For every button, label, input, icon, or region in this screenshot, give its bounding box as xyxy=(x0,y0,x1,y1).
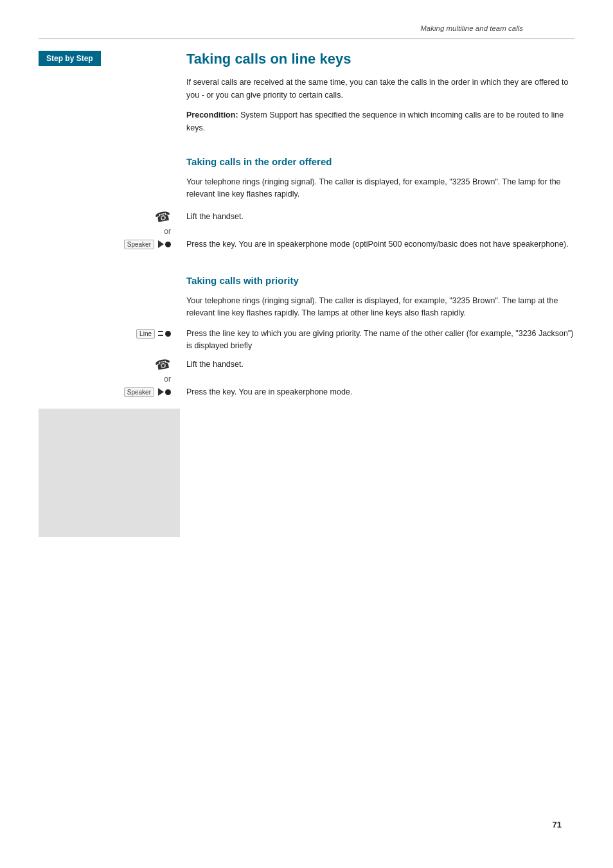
section2-step2: Lift the handset. xyxy=(180,360,574,369)
section1-ring-text: Your telephone rings (ringing signal). T… xyxy=(186,176,574,201)
handset-icon-1: ☎ xyxy=(154,208,172,226)
speaker-icon-2 xyxy=(158,388,171,396)
page-title: Taking calls on line keys xyxy=(186,51,574,67)
section1-step1: Lift the handset. xyxy=(180,212,574,221)
section1-title: Taking calls in the order offered xyxy=(186,156,574,167)
or-label-1: or xyxy=(164,227,171,236)
header-title: Making multiline and team calls xyxy=(420,24,523,32)
section1-step2: Press the key. You are in speakerphone m… xyxy=(180,238,574,251)
precondition-label: Precondition: xyxy=(186,111,238,120)
precondition-text: Precondition: System Support has specifi… xyxy=(186,109,574,134)
intro-text: If several calls are received at the sam… xyxy=(186,76,574,102)
speaker-icon-1 xyxy=(158,240,171,248)
page-number: 71 xyxy=(553,820,562,829)
handset-icon-2: ☎ xyxy=(154,355,172,373)
section2-step1: Press the line key to which you are givi… xyxy=(180,328,574,353)
section2-title: Taking calls with priority xyxy=(186,275,574,286)
section2-ring-text: Your telephone rings (ringing signal). T… xyxy=(186,295,574,320)
precondition-body: System Support has specified the sequenc… xyxy=(186,111,564,132)
section2-step3: Press the key. You are in speakerphone m… xyxy=(180,386,574,398)
step-by-step-badge: Step by Step xyxy=(39,51,101,66)
line-key-icon xyxy=(158,331,171,337)
line-label: Line xyxy=(136,329,155,339)
speaker-label-2: Speaker xyxy=(124,387,154,397)
or-label-2: or xyxy=(164,375,171,384)
page-header: Making multiline and team calls xyxy=(39,0,574,39)
speaker-label-1: Speaker xyxy=(124,240,154,249)
